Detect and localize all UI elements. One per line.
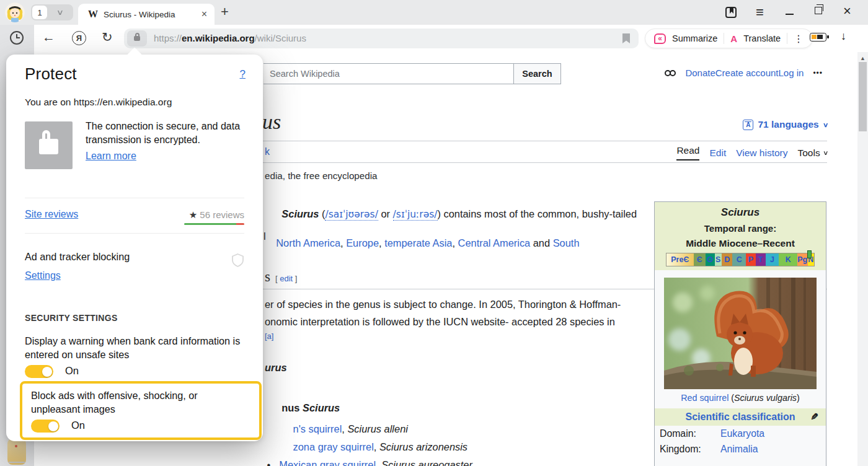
timescale-segment[interactable]: P xyxy=(746,253,756,266)
view-tabs: Read Edit View history Tools∨ xyxy=(676,145,828,160)
taxonomy-value-link[interactable]: Eukaryota xyxy=(720,428,764,439)
taxonomy-row: Domain: Eukaryota xyxy=(655,426,826,441)
timescale-segment[interactable]: O xyxy=(706,253,715,266)
block-shocking-ads-toggle[interactable] xyxy=(31,420,60,433)
talk-tab-fragment[interactable]: k xyxy=(265,146,270,157)
languages-button[interactable]: A 71 languages ∨ xyxy=(743,119,828,130)
chevron-down-icon[interactable]: ∨ xyxy=(42,8,79,17)
geo-link[interactable]: South xyxy=(553,237,580,248)
timescale-segment[interactable]: D xyxy=(722,253,732,266)
geo-link[interactable]: Central America xyxy=(458,237,531,248)
back-icon[interactable]: ← xyxy=(42,30,55,45)
timescale-segment[interactable]: T xyxy=(756,253,766,266)
history-icon[interactable] xyxy=(10,31,24,45)
more-actions-icon[interactable]: ⋮ xyxy=(794,33,804,45)
geo-link[interactable]: Europe xyxy=(346,237,379,248)
caption-link[interactable]: Red squirrel xyxy=(681,393,728,403)
timescale-segment[interactable]: K xyxy=(779,253,797,266)
red-squirrel-photo[interactable] xyxy=(664,278,817,389)
nav-link[interactable]: Create account xyxy=(715,68,779,78)
summarize-button[interactable]: Summarize xyxy=(672,33,717,43)
downloads-icon[interactable]: ↓ xyxy=(841,30,846,43)
taxonomy-label: Domain: xyxy=(660,428,720,439)
timescale-segment[interactable]: C xyxy=(732,253,746,266)
geo-link[interactable]: North America xyxy=(276,237,340,248)
timescale-segment[interactable]: S xyxy=(715,253,722,266)
reload-icon[interactable]: ↻ xyxy=(102,30,113,45)
wikipedia-favicon: W xyxy=(88,9,98,20)
page-title-fragment: us xyxy=(262,110,281,134)
lock-tile xyxy=(25,121,73,169)
yandex-home-icon[interactable]: Я xyxy=(72,31,86,45)
title-rule xyxy=(263,141,827,141)
bookmark-icon[interactable] xyxy=(622,33,630,43)
sidebar-bottom-icon[interactable] xyxy=(7,439,26,465)
taxonomy-label: Kingdom: xyxy=(660,444,720,455)
photo-caption: Red squirrel (Sciurus vulgaris) xyxy=(655,393,826,403)
divider xyxy=(25,233,244,234)
edit-pencil-icon[interactable]: ✎ xyxy=(809,413,820,421)
address-bar[interactable]: https://en.wikipedia.org/wiki/Sciurus xyxy=(124,29,639,48)
search-input[interactable]: Search Wikipedia xyxy=(264,63,514,84)
lock-icon xyxy=(39,139,58,154)
close-window-button[interactable]: × xyxy=(843,3,851,19)
maximize-button[interactable] xyxy=(815,7,822,14)
edit-section-link[interactable]: edit xyxy=(280,274,293,283)
summarize-icon: « xyxy=(654,33,666,44)
timescale-segment[interactable]: Є xyxy=(694,253,706,266)
new-tab-button[interactable]: + xyxy=(221,4,229,20)
timescale-segment[interactable]: PreЄ xyxy=(666,253,694,266)
taxobox-header: Sciurus Temporal range: Middle Miocene–R… xyxy=(655,202,826,270)
tab-read[interactable]: Read xyxy=(676,145,699,160)
intro-line3-fragment[interactable]: l xyxy=(264,231,266,242)
menu-icon[interactable]: ≡ xyxy=(756,4,764,20)
shield-icon xyxy=(232,253,244,267)
languages-label: 71 languages xyxy=(758,119,818,130)
chevron-down-icon: ∨ xyxy=(823,121,829,128)
scroll-up-icon[interactable]: ▲ xyxy=(860,55,866,61)
nav-link[interactable]: Donate xyxy=(685,68,715,78)
tab-view-history[interactable]: View history xyxy=(736,147,787,159)
url-text: https://en.wikipedia.org/wiki/Sciurus xyxy=(154,33,306,43)
page-scrollbar[interactable]: ▲ xyxy=(857,52,868,466)
species-link[interactable]: Mexican gray squirrel xyxy=(279,459,376,466)
side-panel-icon[interactable] xyxy=(725,7,737,18)
temporal-range-label: Temporal range: xyxy=(657,223,823,234)
geologic-timescale[interactable]: PreЄЄOSDCPTJKPgN xyxy=(666,253,815,266)
security-lock-badge[interactable] xyxy=(127,30,147,46)
tab-sciurus[interactable]: W Sciurus - Wikipedia × xyxy=(78,4,215,25)
profile-avatar[interactable] xyxy=(5,2,25,22)
learn-more-link[interactable]: Learn more xyxy=(86,151,136,162)
geo-link[interactable]: temperate Asia xyxy=(384,237,452,248)
battery-icon[interactable] xyxy=(810,33,826,42)
search-button[interactable]: Search xyxy=(513,63,561,84)
species-heading-fragment: s[ edit ] xyxy=(265,269,297,285)
secure-connection-text: The connection is secure, and data trans… xyxy=(86,120,252,146)
more-options-icon[interactable]: ••• xyxy=(813,69,823,77)
help-icon[interactable]: ? xyxy=(240,68,246,81)
taxobox: Sciurus Temporal range: Middle Miocene–R… xyxy=(654,201,826,466)
language-icon: A xyxy=(743,120,753,130)
taxonomy-value-link[interactable]: Animalia xyxy=(720,444,758,455)
reviews-summary[interactable]: ★56 reviews xyxy=(189,209,244,221)
bank-card-warning-label: Display a warning when bank card informa… xyxy=(25,335,243,361)
scrollbar-thumb[interactable] xyxy=(859,62,867,131)
protect-popup: Protect ? You are on https://en.wikipedi… xyxy=(6,55,263,441)
tab-counter[interactable]: 1 ∨ xyxy=(31,4,73,20)
minimize-button[interactable] xyxy=(786,14,794,15)
site-reviews-link[interactable]: Site reviews xyxy=(25,209,78,220)
tab-edit[interactable]: Edit xyxy=(709,147,726,159)
star-icon: ★ xyxy=(189,209,197,220)
translate-button[interactable]: Translate xyxy=(743,33,781,43)
classification-link[interactable]: Scientific classification xyxy=(686,411,795,422)
timescale-segment[interactable]: J xyxy=(766,253,779,266)
timescale-segment[interactable]: Pg xyxy=(797,253,808,266)
nav-link[interactable]: Log in xyxy=(779,68,804,78)
footnote-link[interactable]: [a] xyxy=(265,332,273,341)
close-tab-icon[interactable]: × xyxy=(200,9,208,20)
appearance-glasses-icon[interactable] xyxy=(665,70,676,76)
settings-link[interactable]: Settings xyxy=(25,270,61,281)
divider xyxy=(787,33,787,44)
tab-tools[interactable]: Tools∨ xyxy=(797,147,828,159)
bank-card-warning-toggle[interactable] xyxy=(25,365,53,378)
